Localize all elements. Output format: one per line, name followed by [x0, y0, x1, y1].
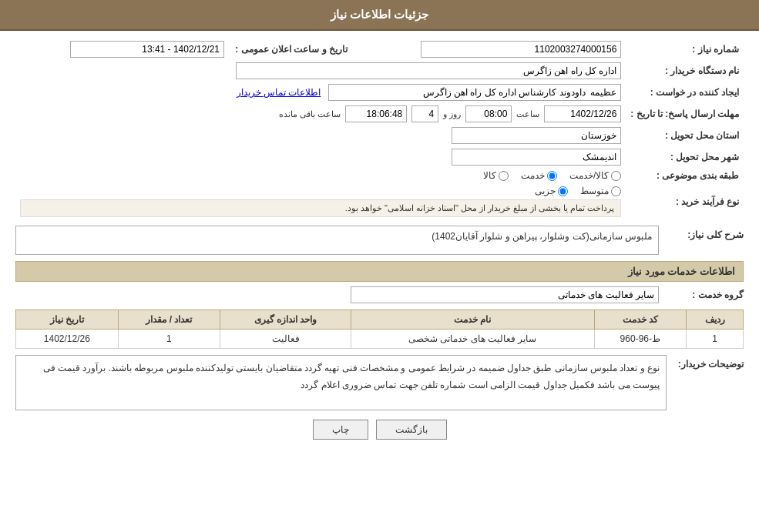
mohlat-time-input: [465, 105, 512, 122]
radio-jazei-label: جزیی: [535, 186, 556, 196]
cell-vahed: فعالیت: [220, 330, 351, 349]
tarikh-value-cell: [15, 38, 229, 60]
radio-khadamat-input[interactable]: [547, 171, 557, 181]
farayand-note: پرداخت تمام یا بخشی از مبلغ خریدار از مح…: [20, 199, 621, 217]
tarikh-label: تاریخ و ساعت اعلان عمومی :: [229, 38, 352, 60]
ostan-label: استان محل تحویل :: [626, 125, 744, 146]
notes-value: نوع و تعداد ملبوس سازمانی طبق جداول ضمیم…: [15, 355, 667, 410]
ijad-konande-label: ایجاد کننده در خواست :: [626, 82, 744, 103]
radio-jazei[interactable]: جزیی: [535, 186, 568, 196]
col-nam: نام خدمت: [351, 310, 595, 330]
shomare-niaz-label: شماره نیاز :: [626, 38, 744, 60]
radio-motavasset-label: متوسط: [580, 186, 609, 196]
col-vahed: واحد اندازه گیری: [220, 310, 351, 330]
col-tarikh: تاریخ نیاز: [16, 310, 119, 330]
content-area: شماره نیاز : تاریخ و ساعت اعلان عمومی : …: [0, 31, 759, 453]
sharh-label: شرح کلی نیاز:: [667, 226, 744, 240]
nave-farayand-label: نوع فرآیند خرید :: [626, 183, 744, 219]
radio-kala-label: کالا: [483, 170, 496, 181]
services-section-header: اطلاعات خدمات مورد نیاز: [15, 261, 744, 282]
col-tedad: تعداد / مقدار: [118, 310, 220, 330]
group-khadamat-label: گروه خدمت :: [667, 289, 744, 300]
shahr-input: [452, 149, 621, 166]
mohlat-label: مهلت ارسال پاسخ: تا تاریخ :: [626, 103, 744, 125]
mohlat-baqi-input: [345, 105, 407, 122]
mohlat-roz-input: [411, 105, 438, 122]
shahr-label: شهر محل تحویل :: [626, 146, 744, 168]
notes-label: توضیحات خریدار:: [674, 355, 744, 370]
farayand-radio-group: متوسط جزیی: [20, 186, 621, 196]
ostan-input: [452, 127, 621, 144]
cell-nam: سایر فعالیت های خدماتی شخصی: [351, 330, 595, 349]
page-header: جزئیات اطلاعات نیاز: [0, 0, 759, 31]
print-button[interactable]: چاپ: [313, 420, 368, 440]
shomare-niaz-cell: [352, 38, 626, 60]
mohlat-time-label: ساعت: [516, 109, 539, 119]
page-title: جزئیات اطلاعات نیاز: [331, 8, 428, 21]
tarikh-input: [70, 41, 224, 58]
group-khadamat-input: [351, 286, 659, 303]
sharh-value: ملبوس سازمانی(کت وشلوار، پیراهن و شلوار …: [15, 226, 659, 255]
shomare-niaz-input: [421, 41, 621, 58]
mohlat-baqi-label: ساعت باقی مانده: [279, 109, 341, 119]
radio-kala-khadamat-label: کالا/خدمت: [569, 170, 609, 181]
radio-khadamat[interactable]: خدمت: [521, 170, 557, 181]
radio-jazei-input[interactable]: [558, 186, 568, 196]
mohlat-date-input: [544, 105, 621, 122]
cell-radif: 1: [687, 330, 744, 349]
col-kod: کد خدمت: [594, 310, 686, 330]
cell-kod: ط-96-960: [594, 330, 686, 349]
ijad-konande-input: [328, 84, 621, 101]
contact-link[interactable]: اطلاعات تماس خریدار: [237, 87, 321, 98]
main-form-table: شماره نیاز : تاریخ و ساعت اعلان عمومی : …: [15, 38, 744, 219]
button-row: بازگشت چاپ: [15, 420, 744, 440]
radio-kala-input[interactable]: [499, 171, 509, 181]
radio-khadamat-label: خدمت: [521, 170, 545, 181]
col-radif: ردیف: [687, 310, 744, 330]
radio-kala[interactable]: کالا: [483, 170, 509, 181]
radio-motavasset[interactable]: متوسط: [580, 186, 621, 196]
cell-tarikh: 1402/12/26: [16, 330, 119, 349]
cell-tedad: 1: [118, 330, 220, 349]
radio-motavasset-input[interactable]: [611, 186, 621, 196]
radio-kala-khadamat[interactable]: کالا/خدمت: [569, 170, 621, 181]
nam-dastgah-label: نام دستگاه خریدار :: [626, 60, 744, 82]
tabaqe-label: طبقه بندی موضوعی :: [626, 168, 744, 183]
radio-kala-khadamat-input[interactable]: [611, 171, 621, 181]
page-wrapper: جزئیات اطلاعات نیاز شماره نیاز : تاریخ و…: [0, 0, 759, 532]
mohlat-roz-label: روز و: [443, 109, 461, 119]
nam-dastgah-input: [236, 62, 621, 79]
back-button[interactable]: بازگشت: [376, 420, 447, 440]
services-table: ردیف کد خدمت نام خدمت واحد اندازه گیری ت…: [15, 309, 744, 349]
table-row: 1 ط-96-960 سایر فعالیت های خدماتی شخصی ف…: [16, 330, 744, 349]
tabaqe-radio-group: کالا/خدمت خدمت کالا: [20, 170, 621, 181]
